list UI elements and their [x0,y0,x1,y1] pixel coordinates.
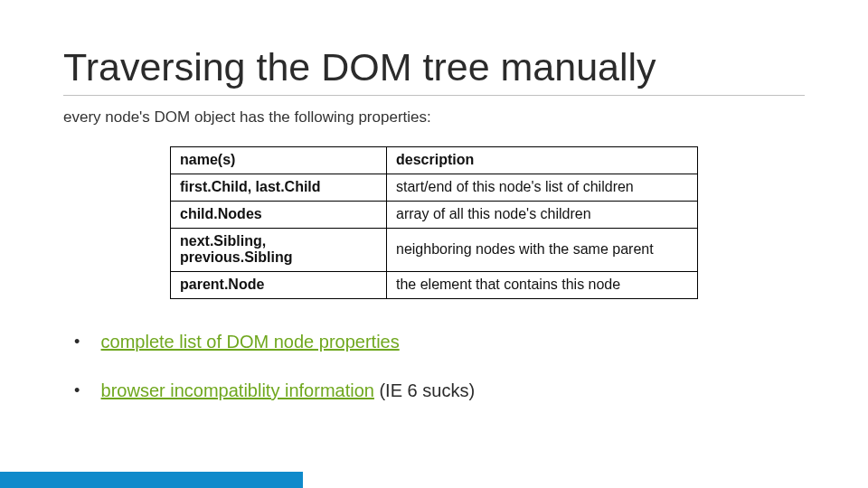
table-row: parent.Node the element that contains th… [171,272,698,299]
list-item: browser incompatiblity information (IE 6… [74,379,805,402]
slide-title: Traversing the DOM tree manually [63,45,805,89]
bullet-list: complete list of DOM node properties bro… [63,330,805,402]
cell-name: next.Sibling, previous.Sibling [171,229,387,272]
header-name: name(s) [171,147,387,174]
table-row: first.Child, last.Child start/end of thi… [171,174,698,202]
table-header-row: name(s) description [171,147,698,174]
cell-desc: array of all this node's children [387,202,698,229]
header-desc: description [387,147,698,174]
list-item: complete list of DOM node properties [74,330,805,353]
cell-name: parent.Node [171,272,387,299]
dom-properties-link[interactable]: complete list of DOM node properties [101,332,400,352]
cell-desc: neighboring nodes with the same parent [387,229,698,272]
table-row: next.Sibling, previous.Sibling neighbori… [171,229,698,272]
title-underline [63,95,805,96]
list-item-tail: (IE 6 sucks) [374,380,475,400]
properties-table-wrap: name(s) description first.Child, last.Ch… [63,146,805,299]
cell-desc: the element that contains this node [387,272,698,299]
cell-name: child.Nodes [171,202,387,229]
footer-accent-bar [0,472,303,488]
cell-desc: start/end of this node's list of childre… [387,174,698,202]
slide: Traversing the DOM tree manually every n… [0,0,868,488]
intro-text: every node's DOM object has the followin… [63,108,805,127]
cell-name: first.Child, last.Child [171,174,387,202]
browser-incompat-link[interactable]: browser incompatiblity information [101,380,374,400]
properties-table: name(s) description first.Child, last.Ch… [170,146,698,299]
table-row: child.Nodes array of all this node's chi… [171,202,698,229]
